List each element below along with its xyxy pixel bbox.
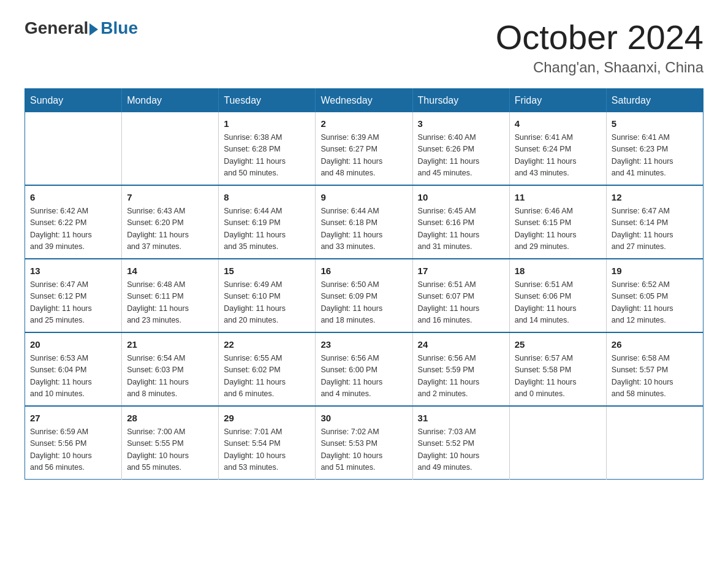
calendar-cell: 28Sunrise: 7:00 AM Sunset: 5:55 PM Dayli… — [122, 406, 219, 480]
calendar-week-4: 20Sunrise: 6:53 AM Sunset: 6:04 PM Dayli… — [25, 332, 703, 406]
day-info: Sunrise: 6:39 AM Sunset: 6:27 PM Dayligh… — [320, 132, 407, 180]
day-of-week-thursday: Thursday — [412, 88, 509, 112]
day-number: 24 — [418, 338, 504, 352]
calendar-header: SundayMondayTuesdayWednesdayThursdayFrid… — [25, 88, 703, 112]
logo: General Blue — [25, 18, 138, 38]
day-of-week-wednesday: Wednesday — [316, 88, 412, 112]
day-number: 18 — [515, 264, 601, 278]
calendar-week-3: 13Sunrise: 6:47 AM Sunset: 6:12 PM Dayli… — [25, 259, 703, 332]
calendar-cell: 20Sunrise: 6:53 AM Sunset: 6:04 PM Dayli… — [25, 332, 122, 406]
day-info: Sunrise: 6:56 AM Sunset: 6:00 PM Dayligh… — [320, 353, 407, 400]
title-section: October 2024 Chang'an, Shaanxi, China — [496, 18, 703, 76]
calendar-cell: 31Sunrise: 7:03 AM Sunset: 5:52 PM Dayli… — [412, 406, 509, 480]
day-info: Sunrise: 6:47 AM Sunset: 6:12 PM Dayligh… — [30, 279, 116, 327]
calendar-cell: 27Sunrise: 6:59 AM Sunset: 5:56 PM Dayli… — [25, 406, 122, 480]
day-info: Sunrise: 6:43 AM Sunset: 6:20 PM Dayligh… — [127, 205, 213, 253]
day-number: 13 — [30, 264, 116, 278]
day-info: Sunrise: 6:48 AM Sunset: 6:11 PM Dayligh… — [127, 279, 213, 327]
day-info: Sunrise: 6:52 AM Sunset: 6:05 PM Dayligh… — [612, 279, 698, 327]
day-number: 2 — [320, 117, 407, 131]
day-info: Sunrise: 6:49 AM Sunset: 6:10 PM Dayligh… — [224, 279, 310, 327]
day-number: 8 — [224, 191, 310, 205]
day-of-week-saturday: Saturday — [606, 88, 703, 112]
calendar-cell: 1Sunrise: 6:38 AM Sunset: 6:28 PM Daylig… — [219, 112, 316, 185]
calendar-cell: 18Sunrise: 6:51 AM Sunset: 6:06 PM Dayli… — [509, 259, 606, 332]
calendar-cell: 14Sunrise: 6:48 AM Sunset: 6:11 PM Dayli… — [122, 259, 219, 332]
day-info: Sunrise: 6:50 AM Sunset: 6:09 PM Dayligh… — [320, 279, 407, 327]
calendar-cell — [509, 406, 606, 480]
calendar-cell: 23Sunrise: 6:56 AM Sunset: 6:00 PM Dayli… — [316, 332, 412, 406]
day-number: 31 — [418, 412, 504, 426]
day-info: Sunrise: 6:47 AM Sunset: 6:14 PM Dayligh… — [612, 205, 698, 253]
day-info: Sunrise: 6:44 AM Sunset: 6:18 PM Dayligh… — [320, 205, 407, 253]
calendar-cell: 19Sunrise: 6:52 AM Sunset: 6:05 PM Dayli… — [606, 259, 703, 332]
day-of-week-monday: Monday — [122, 88, 219, 112]
day-number: 28 — [127, 412, 213, 426]
day-info: Sunrise: 6:46 AM Sunset: 6:15 PM Dayligh… — [515, 205, 601, 253]
page-header: General Blue October 2024 Chang'an, Shaa… — [25, 18, 703, 76]
calendar-cell: 2Sunrise: 6:39 AM Sunset: 6:27 PM Daylig… — [316, 112, 412, 185]
day-number: 9 — [320, 191, 407, 205]
day-info: Sunrise: 6:44 AM Sunset: 6:19 PM Dayligh… — [224, 205, 310, 253]
day-number: 10 — [418, 191, 504, 205]
calendar-cell: 3Sunrise: 6:40 AM Sunset: 6:26 PM Daylig… — [412, 112, 509, 185]
day-info: Sunrise: 6:45 AM Sunset: 6:16 PM Dayligh… — [418, 205, 504, 253]
day-info: Sunrise: 6:56 AM Sunset: 5:59 PM Dayligh… — [418, 353, 504, 400]
calendar-body: 1Sunrise: 6:38 AM Sunset: 6:28 PM Daylig… — [25, 112, 703, 480]
day-info: Sunrise: 6:51 AM Sunset: 6:07 PM Dayligh… — [418, 279, 504, 327]
calendar-cell: 9Sunrise: 6:44 AM Sunset: 6:18 PM Daylig… — [316, 185, 412, 259]
logo-arrow-icon — [89, 23, 98, 36]
calendar-cell — [25, 112, 122, 185]
day-number: 22 — [224, 338, 310, 352]
day-info: Sunrise: 7:02 AM Sunset: 5:53 PM Dayligh… — [320, 426, 407, 474]
calendar-location: Chang'an, Shaanxi, China — [496, 59, 703, 76]
day-info: Sunrise: 6:41 AM Sunset: 6:23 PM Dayligh… — [612, 132, 698, 180]
calendar-week-1: 1Sunrise: 6:38 AM Sunset: 6:28 PM Daylig… — [25, 112, 703, 185]
day-info: Sunrise: 7:00 AM Sunset: 5:55 PM Dayligh… — [127, 426, 213, 474]
day-number: 25 — [515, 338, 601, 352]
calendar-cell: 29Sunrise: 7:01 AM Sunset: 5:54 PM Dayli… — [219, 406, 316, 480]
day-number: 12 — [612, 191, 698, 205]
day-info: Sunrise: 6:51 AM Sunset: 6:06 PM Dayligh… — [515, 279, 601, 327]
calendar-cell: 12Sunrise: 6:47 AM Sunset: 6:14 PM Dayli… — [606, 185, 703, 259]
day-info: Sunrise: 6:57 AM Sunset: 5:58 PM Dayligh… — [515, 353, 601, 400]
calendar-cell: 10Sunrise: 6:45 AM Sunset: 6:16 PM Dayli… — [412, 185, 509, 259]
calendar-cell: 5Sunrise: 6:41 AM Sunset: 6:23 PM Daylig… — [606, 112, 703, 185]
day-info: Sunrise: 6:59 AM Sunset: 5:56 PM Dayligh… — [30, 426, 116, 474]
day-number: 6 — [30, 191, 116, 205]
logo-blue-text: Blue — [100, 18, 138, 38]
day-number: 1 — [224, 117, 310, 131]
day-info: Sunrise: 6:42 AM Sunset: 6:22 PM Dayligh… — [30, 205, 116, 253]
day-info: Sunrise: 7:01 AM Sunset: 5:54 PM Dayligh… — [224, 426, 310, 474]
calendar-week-2: 6Sunrise: 6:42 AM Sunset: 6:22 PM Daylig… — [25, 185, 703, 259]
day-info: Sunrise: 6:40 AM Sunset: 6:26 PM Dayligh… — [418, 132, 504, 180]
day-of-week-friday: Friday — [509, 88, 606, 112]
calendar-cell: 4Sunrise: 6:41 AM Sunset: 6:24 PM Daylig… — [509, 112, 606, 185]
day-number: 7 — [127, 191, 213, 205]
day-number: 17 — [418, 264, 504, 278]
day-number: 19 — [612, 264, 698, 278]
calendar-cell — [606, 406, 703, 480]
day-number: 11 — [515, 191, 601, 205]
calendar-cell: 21Sunrise: 6:54 AM Sunset: 6:03 PM Dayli… — [122, 332, 219, 406]
calendar-week-5: 27Sunrise: 6:59 AM Sunset: 5:56 PM Dayli… — [25, 406, 703, 480]
logo-general-text: General — [25, 18, 88, 38]
calendar-cell — [122, 112, 219, 185]
day-number: 30 — [320, 412, 407, 426]
day-number: 14 — [127, 264, 213, 278]
calendar-cell: 22Sunrise: 6:55 AM Sunset: 6:02 PM Dayli… — [219, 332, 316, 406]
calendar-title: October 2024 — [496, 18, 703, 56]
day-info: Sunrise: 6:55 AM Sunset: 6:02 PM Dayligh… — [224, 353, 310, 400]
day-of-week-sunday: Sunday — [25, 88, 122, 112]
day-number: 3 — [418, 117, 504, 131]
calendar-cell: 25Sunrise: 6:57 AM Sunset: 5:58 PM Dayli… — [509, 332, 606, 406]
calendar-cell: 13Sunrise: 6:47 AM Sunset: 6:12 PM Dayli… — [25, 259, 122, 332]
day-info: Sunrise: 6:58 AM Sunset: 5:57 PM Dayligh… — [612, 353, 698, 400]
day-info: Sunrise: 7:03 AM Sunset: 5:52 PM Dayligh… — [418, 426, 504, 474]
calendar-cell: 17Sunrise: 6:51 AM Sunset: 6:07 PM Dayli… — [412, 259, 509, 332]
day-number: 20 — [30, 338, 116, 352]
day-number: 29 — [224, 412, 310, 426]
day-number: 21 — [127, 338, 213, 352]
day-number: 4 — [515, 117, 601, 131]
calendar-cell: 15Sunrise: 6:49 AM Sunset: 6:10 PM Dayli… — [219, 259, 316, 332]
